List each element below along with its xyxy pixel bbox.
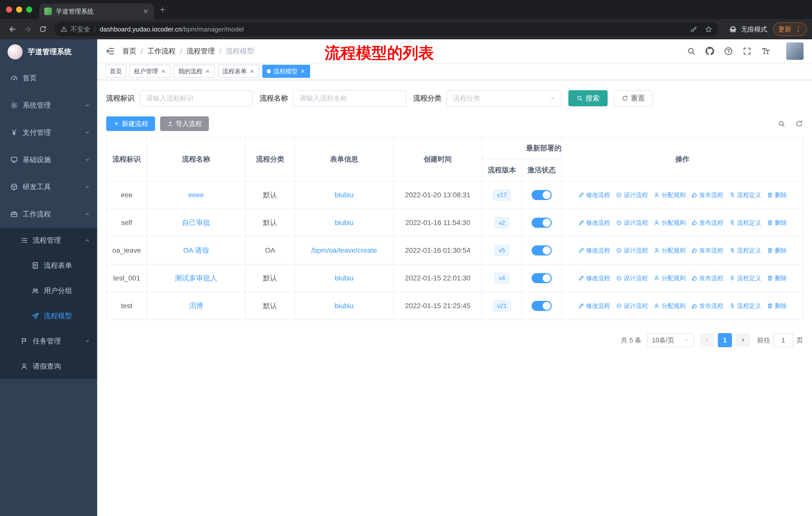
create-process-button[interactable]: 新建流程 [106,116,155,131]
breadcrumb-item[interactable]: 流程管理 [187,46,215,56]
action-deploy-process[interactable]: 发布流程 [691,219,723,227]
action-edit-process[interactable]: 修改流程 [578,274,610,282]
sidebar-logo[interactable]: 芋道管理系统 [0,39,97,64]
active-toggle[interactable] [531,190,552,200]
active-toggle[interactable] [531,273,552,283]
close-icon[interactable] [249,69,255,74]
version-tag[interactable]: v5 [495,245,509,256]
tag-my-process[interactable]: 我的流程 [174,65,215,78]
form-info-link[interactable]: /bpm/oa/leave/create [311,246,377,254]
page-number-button[interactable]: 1 [718,333,732,347]
tag-tenant[interactable]: 租户管理 [129,65,171,78]
process-name-link[interactable]: 滔博 [189,302,203,310]
toggle-search-icon[interactable] [778,120,785,128]
action-delete[interactable]: 删除 [767,302,787,310]
version-tag[interactable]: v4 [495,273,509,284]
category-select[interactable]: 流程分类 [446,90,561,106]
search-button[interactable]: 搜索 [568,90,608,106]
close-icon[interactable] [300,69,306,74]
action-design-process[interactable]: 设计流程 [616,302,648,310]
action-assign-rule[interactable]: 分配规则 [654,246,686,254]
browser-menu-dots-icon[interactable] [794,25,802,33]
action-process-definition[interactable]: 流程定义 [729,302,761,310]
import-process-button[interactable]: 导入流程 [160,116,209,131]
action-edit-process[interactable]: 修改流程 [578,219,610,227]
form-info-link[interactable]: biubiu [335,191,354,199]
sidebar-item-payment[interactable]: 支付管理 [0,119,97,146]
action-design-process[interactable]: 设计流程 [616,246,648,254]
bookmark-star-icon[interactable] [705,25,712,33]
breadcrumb-item[interactable]: 首页 [122,46,137,56]
action-assign-rule[interactable]: 分配规则 [654,191,686,199]
sidebar-item-task-management[interactable]: 任务管理 [0,329,97,354]
action-design-process[interactable]: 设计流程 [616,274,648,282]
action-process-definition[interactable]: 流程定义 [729,274,761,282]
form-info-link[interactable]: biubiu [335,219,354,226]
github-icon[interactable] [705,47,714,56]
sidebar-item-process-form[interactable]: 流程表单 [0,253,97,278]
user-avatar[interactable] [786,42,804,60]
back-button[interactable] [5,22,20,37]
sidebar-item-workflow[interactable]: 工作流程 [0,200,97,228]
action-deploy-process[interactable]: 发布流程 [691,246,723,254]
version-tag[interactable]: v21 [493,300,511,312]
prev-page-button[interactable] [700,333,714,347]
refresh-table-icon[interactable] [795,120,803,128]
close-window-button[interactable] [6,6,12,12]
process-name-input[interactable] [293,90,406,106]
reset-button[interactable]: 重置 [614,90,653,106]
page-size-select[interactable]: 10条/页 [647,333,694,347]
version-tag[interactable]: v17 [493,189,511,201]
sidebar-item-leave-query[interactable]: 请假查询 [0,354,97,379]
close-icon[interactable] [205,69,210,74]
sidebar-item-system[interactable]: 系统管理 [0,92,97,119]
action-deploy-process[interactable]: 发布流程 [691,191,723,199]
action-edit-process[interactable]: 修改流程 [578,302,610,310]
action-edit-process[interactable]: 修改流程 [578,246,610,254]
help-icon[interactable] [724,47,733,56]
process-id-input[interactable] [140,90,253,106]
active-toggle[interactable] [531,218,552,228]
sidebar-item-user-group[interactable]: 用户分组 [0,278,97,303]
sidebar-item-infrastructure[interactable]: 基础设施 [0,146,97,173]
form-info-link[interactable]: biubiu [335,274,354,282]
goto-page-input[interactable] [773,333,793,347]
process-name-link[interactable]: 测试多审批人 [175,274,217,282]
action-delete[interactable]: 删除 [767,219,787,227]
minimize-window-button[interactable] [16,6,22,12]
action-process-definition[interactable]: 流程定义 [729,191,761,199]
process-name-link[interactable]: OA 请假 [183,246,209,254]
action-process-definition[interactable]: 流程定义 [729,246,761,254]
tag-home[interactable]: 首页 [105,65,126,78]
active-toggle[interactable] [531,301,552,311]
action-deploy-process[interactable]: 发布流程 [691,274,723,282]
forward-button[interactable] [20,22,35,37]
action-assign-rule[interactable]: 分配规则 [654,274,686,282]
action-delete[interactable]: 删除 [767,246,787,254]
sidebar-fold-icon[interactable] [105,46,115,56]
update-button[interactable]: 更新 [773,22,807,36]
search-icon[interactable] [687,47,696,56]
form-info-link[interactable]: biubiu [335,302,354,310]
sidebar-item-devtools[interactable]: 研发工具 [0,173,97,200]
process-name-link[interactable]: eeee [188,191,204,199]
new-tab-button[interactable] [159,6,166,13]
action-edit-process[interactable]: 修改流程 [578,191,610,199]
sidebar-item-home[interactable]: 首页 [0,64,97,92]
process-name-link[interactable]: 自己审批 [182,219,210,226]
sidebar-item-process-model[interactable]: 流程模型 [0,303,97,329]
action-design-process[interactable]: 设计流程 [616,191,648,199]
next-page-button[interactable] [736,333,750,347]
fullscreen-icon[interactable] [743,47,752,56]
action-design-process[interactable]: 设计流程 [616,219,648,227]
action-assign-rule[interactable]: 分配规则 [654,219,686,227]
browser-tab[interactable]: 芋道管理系统 [39,3,154,19]
close-icon[interactable] [161,69,166,74]
password-key-icon[interactable] [690,25,698,33]
reload-button[interactable] [35,22,50,37]
tab-close-icon[interactable] [142,8,149,15]
action-process-definition[interactable]: 流程定义 [729,219,761,227]
active-toggle[interactable] [531,245,552,255]
action-deploy-process[interactable]: 发布流程 [691,302,723,310]
address-bar[interactable]: 不安全 dashboard.yudao.iocoder.cn /bpm/mana… [54,22,718,36]
